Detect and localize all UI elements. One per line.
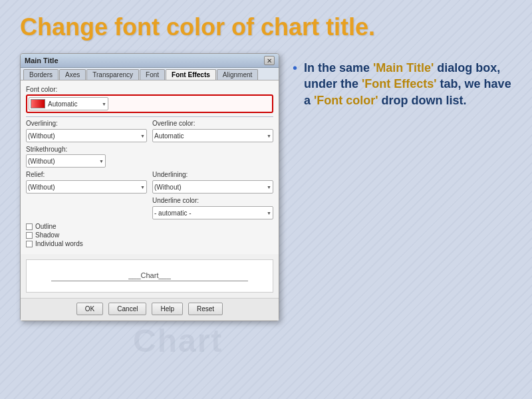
slide-title: Change font color of chart title. [20,13,512,41]
underline-color-row: Underline color: - automatic - [26,197,273,219]
dialog-body: Font color: Automatic Overlining: ( [21,80,279,254]
outline-checkbox[interactable] [26,223,33,230]
underlining-value: (Without) [154,184,182,191]
ok-button[interactable]: OK [76,303,103,315]
overlining-value: (Without) [28,132,55,140]
dialog-window: Main Title ✕ Borders Axes Transparency F… [20,53,279,321]
help-button[interactable]: Help [152,303,183,315]
tab-font-effects[interactable]: Font Effects [166,69,216,80]
font-color-label: Font color: [26,86,273,93]
relief-underlining-row: Relief: (Without) Underlining: (Without) [26,171,273,194]
underlining-group: Underlining: (Without) [152,171,273,194]
relief-value: (Without) [28,184,55,191]
cancel-button[interactable]: Cancel [108,303,146,315]
overline-color-group: Overline color: Automatic [152,120,273,142]
strikethrough-label: Strikethrough: [26,146,273,153]
individual-words-checkbox[interactable] [26,241,33,247]
outline-checkbox-row: Outline [26,223,273,230]
strikethrough-select[interactable]: (Without) [26,154,106,168]
reset-button[interactable]: Reset [188,303,223,315]
underline-color-label: Underline color: [152,197,273,204]
underline-color-select[interactable]: - automatic - [152,206,273,219]
underline-color-value: - automatic - [154,209,192,217]
underline-color-group: Underline color: - automatic - [152,197,273,219]
overline-color-value: Automatic [154,132,184,140]
relief-group: Relief: (Without) [26,171,147,194]
highlight-font-effects: 'Font Effects' [362,77,437,90]
shadow-checkbox[interactable] [26,232,33,239]
preview-text: ___Chart___ [51,271,248,281]
font-color-value: Automatic [48,100,77,108]
underlining-select[interactable]: (Without) [152,180,273,194]
overlining-group: Overlining: (Without) [26,120,147,142]
overline-color-select[interactable]: Automatic [152,129,273,142]
separator [26,116,273,117]
tab-axes[interactable]: Axes [59,69,86,80]
font-color-outline-highlight: Automatic [26,94,273,113]
dialog-preview: ___Chart___ [26,259,273,293]
overline-color-label: Overline color: [152,120,273,127]
tab-borders[interactable]: Borders [23,69,59,80]
color-swatch [31,99,45,108]
overlining-select[interactable]: (Without) [26,129,147,142]
dialog-tabs: Borders Axes Transparency Font Font Effe… [21,68,279,80]
bullet-dot: • [293,61,297,74]
overlining-row: Overlining: (Without) Overline color: Au… [26,120,273,142]
font-color-select[interactable]: Automatic [29,97,108,110]
bullet-item-1: • In the same 'Main Title' dialog box, u… [293,60,512,108]
individual-words-checkbox-row: Individual words [26,240,273,247]
relief-select[interactable]: (Without) [26,180,147,194]
slide: Change font color of chart title. Main T… [0,0,532,399]
highlight-font-color: 'Font color' [314,94,378,107]
bullet-content-area: • In the same 'Main Title' dialog box, u… [293,53,512,114]
empty-col [26,197,147,219]
tab-alignment[interactable]: Alignment [217,69,258,80]
highlight-main-title: 'Main Title' [373,61,434,74]
font-color-field-group: Font color: Automatic [26,86,273,113]
dialog-button-bar: OK Cancel Help Reset [21,298,279,321]
strikethrough-value: (Without) [28,158,55,165]
overlining-label: Overlining: [26,120,147,127]
strikethrough-group: Strikethrough: (Without) [26,146,273,168]
bullet-text-1: In the same 'Main Title' dialog box, und… [304,60,512,108]
tab-transparency[interactable]: Transparency [86,69,139,80]
dialog-title: Main Title [25,57,59,65]
tab-font[interactable]: Font [140,69,165,80]
shadow-checkbox-row: Shadow [26,231,273,239]
relief-label: Relief: [26,171,147,178]
watermark: Chart [133,323,223,359]
underlining-label: Underlining: [152,171,273,178]
content-area: Main Title ✕ Borders Axes Transparency F… [20,53,512,321]
individual-words-label: Individual words [35,240,83,247]
shadow-label: Shadow [35,231,59,239]
dialog-titlebar: Main Title ✕ [21,54,279,68]
outline-label: Outline [35,223,57,230]
dialog-close-button[interactable]: ✕ [264,56,275,65]
